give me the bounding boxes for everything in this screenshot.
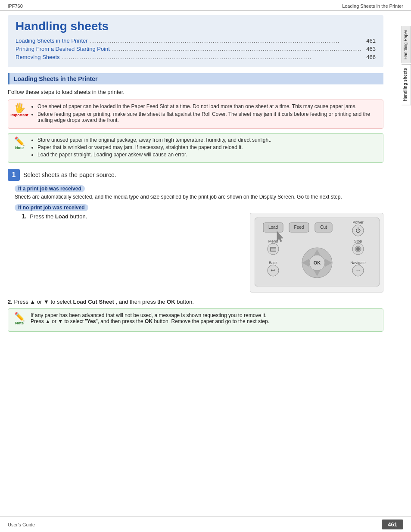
printer-panel: Load Feed Cut Power ⏻: [250, 213, 383, 292]
step-2-end: button.: [177, 299, 194, 305]
important-label: Important: [10, 113, 28, 117]
condition-nojob-block: If no print job was received 1. Press th…: [8, 204, 383, 292]
step-2-before: Press: [14, 299, 30, 305]
tab-handling-paper[interactable]: Handling Paper: [402, 26, 411, 63]
svg-text:Load: Load: [268, 225, 278, 230]
condition-job-label: If a print job was received: [15, 185, 85, 192]
page-title: Handling sheets: [16, 19, 376, 33]
important-text: One sheet of paper can be loaded in the …: [31, 103, 378, 125]
toc-dots-1: ........................................…: [90, 38, 365, 44]
title-block: Handling sheets Loading Sheets in the Pr…: [8, 15, 383, 67]
main-content: Handling sheets Loading Sheets in the Pr…: [0, 11, 401, 346]
note-item-1-3: Load the paper straight. Loading paper a…: [37, 152, 271, 158]
svg-text:⏻: ⏻: [355, 227, 361, 233]
svg-text:↔: ↔: [355, 267, 361, 274]
note-box-1: ✏️ Note Store unused paper in the origin…: [8, 133, 383, 163]
important-icon: 🖐 Important: [12, 103, 27, 119]
toc-label-3[interactable]: Removing Sheets: [16, 54, 60, 60]
note-item-2-2: Press ▲ or ▼ to select "Yes", and then p…: [31, 318, 269, 324]
printer-panel-svg: Load Feed Cut Power ⏻: [255, 218, 380, 286]
toc-num-2: 463: [366, 46, 376, 52]
toc-dots-2: ........................................…: [112, 46, 364, 52]
header-left: iPF760: [8, 3, 23, 9]
sub-step-1: 1. Press the Load button. Load: [15, 213, 383, 292]
toc-label-2[interactable]: Printing From a Desired Starting Point: [16, 46, 110, 52]
step-1-title: 1 Select sheets as the paper source.: [8, 169, 383, 181]
step-2-mid1: or: [37, 299, 44, 305]
svg-text:OK: OK: [314, 260, 321, 265]
step-2-num: 2.: [8, 299, 12, 305]
note-text-1: Store unused paper in the original packa…: [31, 137, 271, 159]
footer-left: User's Guide: [8, 522, 35, 527]
svg-text:Navigate: Navigate: [350, 261, 366, 265]
step-2-mid3: , and then press the: [115, 299, 167, 305]
step-2-block: 2. Press or to select Load Cut Sheet , a…: [8, 299, 383, 332]
tab-handling-sheets[interactable]: Handling sheets: [402, 64, 411, 105]
note-box-2: ✏️ Note If any paper has been advanced t…: [8, 308, 383, 332]
page-number: 461: [382, 520, 403, 529]
toc-item-3[interactable]: Removing Sheets ........................…: [16, 54, 376, 60]
page-header: iPF760 Loading Sheets in the Printer: [0, 0, 411, 11]
section-intro: Follow these steps to load sheets in the…: [8, 89, 383, 95]
important-box: 🖐 Important One sheet of paper can be lo…: [8, 100, 383, 129]
step-with-image: 1. Press the Load button. Load: [22, 213, 383, 292]
right-tab-strip: Handling Paper Handling sheets: [402, 26, 411, 106]
step-2-mid2: to select: [50, 299, 73, 305]
toc-dots-3: ........................................…: [62, 54, 365, 60]
toc-num-1: 461: [366, 37, 376, 44]
section-heading: Loading Sheets in the Printer: [8, 73, 383, 84]
svg-text:Power: Power: [352, 220, 364, 224]
step-1-num: 1: [8, 169, 20, 181]
svg-text:↩: ↩: [271, 267, 276, 274]
step-text-col: 1. Press the Load button.: [22, 213, 243, 220]
toc-label-1[interactable]: Loading Sheets in the Printer: [16, 37, 88, 44]
svg-text:Menu: Menu: [268, 239, 278, 243]
pencil-icon-2: ✏️: [14, 312, 25, 321]
sub-step-1-after: button.: [68, 213, 87, 220]
sub-step-1-num: 1.: [22, 213, 27, 220]
important-item-1: One sheet of paper can be loaded in the …: [37, 103, 378, 109]
note-text-2: If any paper has been advanced that will…: [31, 312, 269, 324]
step-2-line: 2. Press or to select Load Cut Sheet , a…: [8, 299, 383, 305]
note-item-2-1: If any paper has been advanced that will…: [31, 312, 269, 318]
important-item-2: Before feeding paper or printing, make s…: [37, 111, 378, 123]
svg-text:Cut: Cut: [320, 225, 327, 230]
step-1-text: Select sheets as the paper source.: [23, 171, 116, 178]
step-2-bold1: Load Cut Sheet: [73, 299, 114, 305]
hand-icon: 🖐: [14, 103, 25, 113]
note-item-1-2: Paper that is wrinkled or warped may jam…: [37, 144, 271, 150]
svg-text:Feed: Feed: [294, 225, 304, 230]
toc-item-2[interactable]: Printing From a Desired Starting Point .…: [16, 46, 376, 52]
note-label-1: Note: [15, 146, 24, 150]
tri-down-icon: [44, 299, 49, 305]
toc-num-3: 466: [366, 54, 376, 60]
svg-text:Back: Back: [269, 261, 278, 265]
svg-text:Stop: Stop: [354, 239, 362, 243]
svg-point-19: [356, 247, 360, 251]
page-footer: User's Guide 461: [0, 516, 411, 532]
step-1-block: 1 Select sheets as the paper source. If …: [8, 169, 383, 292]
condition-job-block: If a print job was received Sheets are a…: [8, 185, 383, 200]
tri-up-icon: [30, 299, 35, 305]
sub-step-1-bold: Load: [55, 213, 68, 220]
step-2-bold2: OK: [167, 299, 175, 305]
header-right: Loading Sheets in the Printer: [342, 3, 403, 9]
pencil-icon: ✏️: [14, 137, 25, 146]
note-icon-2: ✏️ Note: [12, 312, 27, 328]
condition-job-desc: Sheets are automatically selected, and t…: [15, 194, 383, 200]
note-icon-1: ✏️ Note: [12, 137, 27, 152]
sub-step-1-before: Press the: [30, 213, 55, 220]
condition-nojob-label: If no print job was received: [15, 204, 88, 211]
toc-item-1[interactable]: Loading Sheets in the Printer ..........…: [16, 37, 376, 44]
note-label-2: Note: [15, 321, 24, 325]
note-item-1-1: Store unused paper in the original packa…: [37, 137, 271, 143]
